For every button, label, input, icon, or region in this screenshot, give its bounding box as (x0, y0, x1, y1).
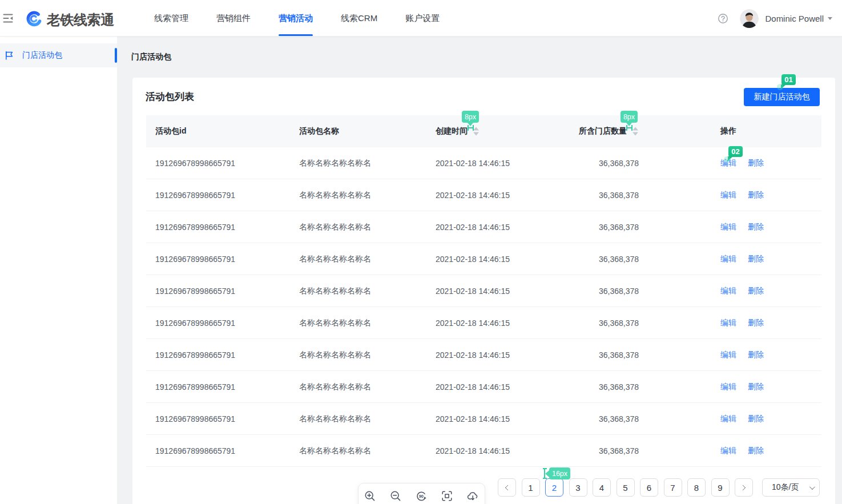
column-header-label: 所含门店数量 (579, 126, 627, 136)
sorter-icon[interactable] (632, 127, 639, 136)
cell-created-time: 2021-02-18 14:46:15 (436, 446, 510, 455)
page-size-select[interactable]: 10条/页 (762, 478, 820, 497)
table-row: 191269678998665791名称名称名称名称名2021-02-18 14… (146, 307, 821, 339)
avatar[interactable] (740, 9, 759, 28)
nav-item-2[interactable]: 营销组件 (216, 0, 251, 37)
zoom-out-icon[interactable] (390, 490, 401, 502)
pagination-next-button[interactable] (735, 478, 753, 497)
cloud-download-icon[interactable] (467, 490, 478, 502)
new-activity-package-button[interactable]: 新建门店活动包 (744, 88, 820, 106)
edit-link[interactable]: 编辑 (720, 190, 736, 199)
spec-gap-8px-stores: 8px (621, 111, 638, 123)
cell-created-time: 2021-02-18 14:46:15 (436, 159, 510, 168)
cell-store-count: 36,368,378 (599, 446, 639, 455)
fit-screen-icon[interactable] (441, 490, 453, 502)
cell-package-name: 名称名称名称名称名 (299, 414, 371, 424)
pagination-page-4[interactable]: 4 (593, 478, 611, 497)
pagination-page-3[interactable]: 3 (569, 478, 587, 497)
pagination-page-7[interactable]: 7 (664, 478, 682, 497)
table-row: 191269678998665791名称名称名称名称名2021-02-18 14… (146, 147, 821, 179)
app-logo-icon (25, 10, 43, 30)
edit-link[interactable]: 编辑 (720, 414, 736, 423)
table-row: 191269678998665791名称名称名称名称名2021-02-18 14… (146, 179, 821, 211)
user-name[interactable]: Dominic Powell (765, 14, 824, 23)
pagination-page-5[interactable]: 5 (617, 478, 635, 497)
cell-store-count: 36,368,378 (599, 159, 639, 168)
top-bar: 老铁线索通 线索管理营销组件营销活动线索CRM账户设置 Dominic P (0, 0, 842, 37)
zoom-in-icon[interactable] (364, 490, 376, 502)
cell-package-name: 名称名称名称名称名 (299, 350, 371, 360)
table-header-row: 活动包id活动包名称创建时间所含门店数量操作 (146, 115, 821, 147)
edit-link[interactable]: 编辑 (720, 382, 736, 391)
pagination-page-2[interactable]: 2 (545, 478, 563, 497)
sidebar-item-store-activity-package[interactable]: 门店活动包 (0, 43, 117, 67)
pagination-page-8[interactable]: 8 (687, 478, 706, 497)
chevron-left-icon (505, 485, 511, 490)
spec-badge-label: 01 (784, 75, 792, 84)
pagination-page-1[interactable]: 1 (522, 478, 540, 497)
column-header-1: 活动包id (155, 126, 186, 136)
nav-item-5[interactable]: 账户设置 (405, 0, 440, 37)
delete-link[interactable]: 删除 (748, 318, 764, 327)
rotate-90-icon[interactable]: 90 (416, 490, 427, 502)
table-row: 191269678998665791名称名称名称名称名2021-02-18 14… (146, 339, 821, 371)
chevron-right-icon (740, 485, 746, 490)
top-bar-right: Dominic Powell (718, 0, 832, 37)
user-menu-caret-icon[interactable] (828, 17, 832, 22)
pagination-page-9[interactable]: 9 (711, 478, 730, 497)
delete-link[interactable]: 删除 (748, 446, 764, 455)
activity-package-table: 活动包id活动包名称创建时间所含门店数量操作 19126967899866579… (146, 115, 821, 467)
nav-item-1[interactable]: 线索管理 (154, 0, 188, 37)
flag-icon (5, 51, 14, 60)
delete-link[interactable]: 删除 (748, 158, 764, 167)
spec-gap-beam-pagination (544, 469, 545, 478)
cell-actions: 编辑删除 (720, 254, 764, 264)
cell-package-id: 191269678998665791 (155, 223, 235, 232)
spec-gap-beam-stores (627, 127, 632, 128)
edit-link[interactable]: 编辑 (720, 222, 736, 231)
delete-link[interactable]: 删除 (748, 254, 764, 263)
cell-created-time: 2021-02-18 14:46:15 (436, 287, 510, 296)
table-row: 191269678998665791名称名称名称名称名2021-02-18 14… (146, 371, 821, 403)
cell-actions: 编辑删除 (720, 318, 764, 328)
cell-package-id: 191269678998665791 (155, 255, 235, 264)
app-logo[interactable]: 老铁线索通 (25, 10, 114, 30)
cell-actions: 编辑删除 (720, 190, 764, 200)
edit-link[interactable]: 编辑 (720, 318, 736, 327)
delete-link[interactable]: 删除 (748, 414, 764, 423)
app-screen: 老铁线索通 线索管理营销组件营销活动线索CRM账户设置 Dominic P (0, 0, 842, 504)
cell-package-id: 191269678998665791 (155, 287, 235, 296)
spec-marker-02-dot (724, 156, 730, 163)
cell-store-count: 36,368,378 (599, 318, 639, 328)
cell-store-count: 36,368,378 (599, 287, 639, 296)
sidebar-item-label: 门店活动包 (22, 50, 62, 61)
column-header-5: 操作 (720, 126, 736, 136)
cell-store-count: 36,368,378 (599, 255, 639, 264)
pagination-prev-button[interactable] (498, 478, 516, 497)
edit-link[interactable]: 编辑 (720, 286, 736, 295)
pagination-page-6[interactable]: 6 (640, 478, 658, 497)
question-circle-icon[interactable] (718, 14, 728, 23)
nav-item-4[interactable]: 线索CRM (341, 0, 377, 37)
list-panel: 活动包列表 新建门店活动包 活动包id活动包名称创建时间所含门店数量操作 191… (132, 78, 835, 504)
delete-link[interactable]: 删除 (748, 190, 764, 199)
content-area: 门店活动包 活动包列表 新建门店活动包 活动包id活动包名称创建时间所含门店数量… (117, 37, 842, 504)
delete-link[interactable]: 删除 (748, 286, 764, 295)
edit-link[interactable]: 编辑 (720, 350, 736, 359)
table-row: 191269678998665791名称名称名称名称名2021-02-18 14… (146, 275, 821, 307)
delete-link[interactable]: 删除 (748, 222, 764, 231)
table-row: 191269678998665791名称名称名称名称名2021-02-18 14… (146, 211, 821, 243)
nav-item-3[interactable]: 营销活动 (279, 0, 313, 37)
menu-fold-icon[interactable] (3, 13, 14, 23)
cell-package-name: 名称名称名称名称名 (299, 190, 371, 200)
edit-link[interactable]: 编辑 (720, 254, 736, 263)
cell-package-name: 名称名称名称名称名 (299, 286, 371, 296)
column-header-label: 创建时间 (436, 126, 468, 136)
cell-package-id: 191269678998665791 (155, 191, 235, 200)
spec-marker-01-dot (777, 84, 783, 90)
cell-package-id: 191269678998665791 (155, 318, 235, 328)
delete-link[interactable]: 删除 (748, 382, 764, 391)
delete-link[interactable]: 删除 (748, 350, 764, 359)
edit-link[interactable]: 编辑 (720, 446, 736, 455)
cell-created-time: 2021-02-18 14:46:15 (436, 414, 510, 424)
